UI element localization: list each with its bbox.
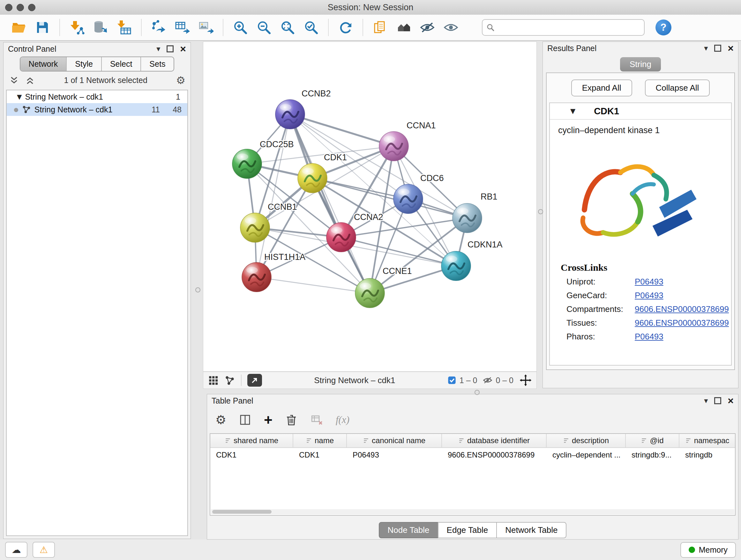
function-builder-icon[interactable]: f(x) [336,414,349,426]
network-node-label: CCNB2 [301,89,331,98]
splitter-handle[interactable] [475,390,480,395]
panel-dropdown-icon[interactable]: ▾ [156,44,160,53]
show-columns-icon[interactable] [239,413,252,427]
tab-network-table[interactable]: Network Table [496,522,566,538]
tab-node-table[interactable]: Node Table [379,522,439,538]
import-table-icon[interactable] [114,17,135,38]
copy-document-icon[interactable] [369,17,391,38]
crosslink-value-link[interactable]: P06493 [635,291,664,300]
network-view[interactable]: CCNB2CCNA1CDC25BCDK1CDC6RB1CCNB1CCNA2CDK… [203,42,537,372]
detach-view-icon[interactable] [247,374,262,387]
export-image-icon[interactable] [195,17,216,38]
minimize-window-button[interactable] [17,4,24,11]
zoom-fit-icon[interactable] [277,17,298,38]
tree-expander-icon[interactable]: ▼ [17,93,22,101]
panel-float-icon[interactable] [714,45,721,52]
maximize-window-button[interactable] [28,4,36,11]
splitter-handle[interactable] [538,209,543,214]
crosslink-row-uniprot: Uniprot: P06493 [566,277,731,287]
navigator-crosshair-icon[interactable] [519,374,532,387]
column-header-namespace[interactable]: namespac [679,434,735,447]
network-edge[interactable] [290,114,370,293]
show-graphics-details-icon[interactable] [441,17,461,38]
tab-style[interactable]: Style [66,57,101,71]
panel-close-icon[interactable]: × [728,395,734,406]
import-network-database-icon[interactable] [90,17,111,38]
hidden-eye-icon[interactable] [483,375,492,385]
search-box[interactable] [482,19,645,36]
expand-all-icon[interactable] [24,76,36,85]
table-horizontal-scrollbar[interactable] [211,509,734,514]
crosslink-value-link[interactable]: 9606.ENSP00000378699 [635,304,729,314]
panel-dropdown-icon[interactable]: ▾ [704,396,708,405]
search-input[interactable] [498,23,640,33]
delete-table-icon[interactable] [310,413,324,427]
column-header-id[interactable]: @id [626,434,679,447]
warnings-button[interactable]: ⚠ [32,542,55,558]
gene-section-header[interactable]: ▼ CDK1 [550,103,731,120]
memory-button[interactable]: Memory [680,542,736,558]
crosslink-value-link[interactable]: 9606.ENSP00000378699 [635,318,729,328]
network-edge[interactable] [257,277,370,293]
add-column-icon[interactable]: + [264,413,273,427]
network-row-selected[interactable]: ● String Network – cdk1 11 48 [7,103,187,116]
hide-graphics-details-icon[interactable] [417,17,438,38]
cell-name: CDK1 [293,450,347,459]
column-header-database-identifier[interactable]: database identifier [442,434,547,447]
network-edge[interactable] [313,178,467,218]
column-header-shared-name[interactable]: shared name [210,434,293,447]
close-window-button[interactable] [5,4,12,11]
node-highlight [237,153,248,160]
collapse-all-icon[interactable] [9,76,19,85]
tab-edge-table[interactable]: Edge Table [438,522,497,538]
tab-sets[interactable]: Sets [140,57,174,71]
column-header-description[interactable]: description [547,434,626,447]
table-settings-gear-icon[interactable]: ⚙ [215,413,226,427]
tab-network[interactable]: Network [20,57,66,71]
expand-all-button[interactable]: Expand All [571,79,632,97]
crosslink-row-tissues: Tissues: 9606.ENSP00000378699 [566,318,731,328]
splitter-handle[interactable] [195,287,200,293]
column-header-name[interactable]: name [293,434,347,447]
panel-dropdown-icon[interactable]: ▾ [704,44,708,53]
grid-view-icon[interactable] [208,375,219,386]
cloud-status-button[interactable]: ☁ [5,542,27,558]
network-collection-row[interactable]: ▼ String Network – cdk1 1 [7,90,187,103]
column-header-canonical-name[interactable]: canonical name [347,434,442,447]
network-canvas[interactable]: CCNB2CCNA1CDC25BCDK1CDC6RB1CCNB1CCNA2CDK… [203,42,536,371]
zoom-out-icon[interactable] [253,17,274,38]
network-options-gear-icon[interactable]: ⚙ [176,74,185,86]
network-share-icon[interactable] [224,375,235,386]
crosslink-row-pharos: Pharos: P06493 [566,332,731,341]
export-network-icon[interactable] [148,17,169,38]
export-table-icon[interactable] [172,17,193,38]
panel-float-icon[interactable] [166,45,174,52]
crosslink-value-link[interactable]: P06493 [635,332,664,341]
string-tab[interactable]: String [620,57,661,71]
network-node-label: CDKN1A [468,240,502,249]
panel-close-icon[interactable]: × [728,43,734,53]
collection-count: 1 [176,92,180,102]
gene-name: CDK1 [594,106,619,117]
home-icon[interactable] [393,17,414,38]
selected-checkbox-icon[interactable] [448,376,456,385]
help-icon[interactable]: ? [656,19,671,36]
scrollbar-thumb[interactable] [212,510,272,514]
delete-column-trash-icon[interactable] [285,413,298,427]
zoom-selected-icon[interactable] [300,17,322,38]
table-row[interactable]: CDK1 CDK1 P06493 9606.ENSP00000378699 cy… [210,448,735,462]
memory-status-dot [689,547,695,553]
collapse-all-button[interactable]: Collapse All [645,79,710,97]
open-session-icon[interactable] [8,17,29,38]
zoom-in-icon[interactable] [230,17,251,38]
crosslink-value-link[interactable]: P06493 [635,277,664,287]
network-edge[interactable] [290,114,394,146]
tab-select[interactable]: Select [101,57,140,71]
panel-close-icon[interactable]: × [180,44,186,54]
section-expander-icon[interactable]: ▼ [570,107,576,115]
crosslink-label: Compartments: [566,304,635,314]
import-network-file-icon[interactable] [66,17,87,38]
panel-float-icon[interactable] [714,397,721,404]
save-session-icon[interactable] [32,17,53,38]
refresh-layout-icon[interactable] [335,17,356,38]
